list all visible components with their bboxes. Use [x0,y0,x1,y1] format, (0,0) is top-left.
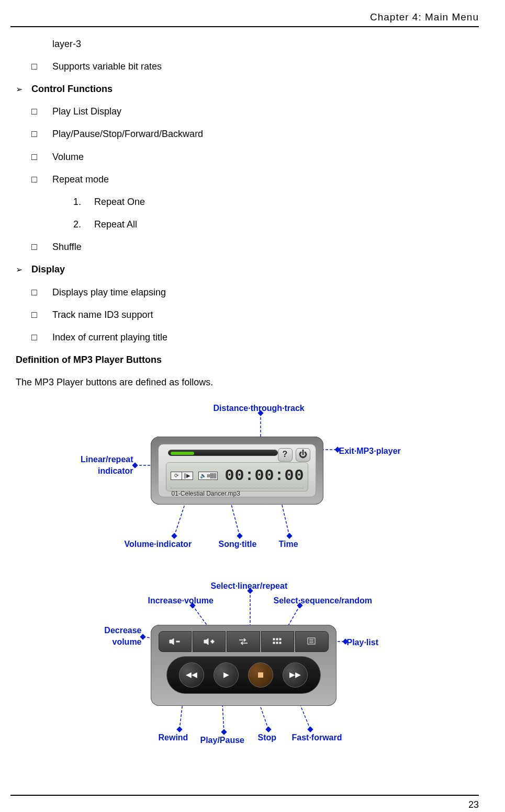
playlist-icon [307,637,317,646]
stop-icon [258,672,263,678]
svg-rect-29 [307,726,313,732]
rewind-button[interactable]: ◀◀ [179,662,204,688]
lcd-panel: ⟳ ∥▶ 🔈 00:00:00 01-Celestial Dan [166,462,308,491]
svg-rect-11 [286,533,292,539]
diagram1-wrap: Distance·through·track Exit·MP3·player L… [16,403,479,559]
volume-up-button[interactable] [193,631,226,652]
time-display: 00:00:00 [225,465,305,487]
volume-indicator: 🔈 [198,472,218,480]
repeat-all-text: Repeat All [94,219,137,230]
cf-volume: □Volume [16,151,479,164]
power-icon: ⏻ [299,449,307,460]
svg-rect-35 [279,638,281,640]
stop-button[interactable] [248,662,273,688]
repeat-all-num: 2. [73,218,94,231]
svg-rect-38 [279,642,281,644]
cf-repeat: □Repeat mode [16,173,479,186]
ds-index: □Index of current playing title [16,331,479,344]
progress-fill [171,452,194,455]
layer-line: layer-3 [16,38,479,51]
svg-rect-36 [273,642,275,644]
bullet-square-icon: □ [31,173,52,186]
svg-rect-27 [265,726,271,732]
diagram2: Select·linear/repeat Increase·volume Sel… [59,580,436,748]
mode-icons: ⟳ ∥▶ [171,472,193,480]
svg-rect-9 [237,533,242,539]
svg-rect-5 [132,462,138,468]
cf-playback: □Play/Pause/Stop/Forward/Backward [16,128,479,141]
repeat-one-text: Repeat One [94,197,145,207]
display-heading: ➢ Display [16,263,479,276]
transport-panel: ◀◀ ▶ ▶▶ [166,656,321,694]
random-icon [272,637,283,646]
bullet-square-icon: □ [31,308,52,322]
diagram1: Distance·through·track Exit·MP3·player L… [67,403,428,559]
svg-rect-33 [273,638,275,640]
bullet-square-icon: □ [31,151,52,164]
svg-rect-30 [176,641,179,642]
player-top-panel: ? ⏻ ⟳ ∥▶ 🔈 [151,437,323,505]
control-functions-heading: ➢ Control Functions [16,83,479,96]
help-button[interactable]: ? [278,448,293,462]
definition-heading: Definition of MP3 Player Buttons [16,353,479,367]
svg-rect-7 [171,533,177,539]
player-bottom-panel: ◀◀ ▶ ▶▶ [151,625,336,706]
ds-index-text: Index of current playing title [52,331,167,344]
play-icon: ▶ [223,670,229,680]
speaker-icon: 🔈 [200,472,206,479]
fast-forward-button[interactable]: ▶▶ [283,662,308,688]
bullet-square-icon: □ [31,331,52,344]
playlist-button[interactable] [295,631,328,652]
svg-rect-32 [212,640,213,643]
arrow-bullet-icon: ➢ [16,84,31,95]
bitrate-row: □ Supports variable bit rates [16,60,479,73]
speaker-minus-icon [169,638,181,645]
svg-rect-17 [297,602,302,608]
repeat-select-button[interactable] [227,631,260,652]
diagram2-wrap: Select·linear/repeat Increase·volume Sel… [16,580,479,748]
exit-button[interactable]: ⏻ [296,448,310,462]
repeat-one-row: 1.Repeat One [16,196,479,209]
control-row [159,631,329,652]
svg-rect-3 [334,447,340,452]
svg-rect-1 [257,410,263,416]
song-title-display: 01-Celestial Dancer.mp3 [171,488,304,498]
bullet-square-icon: □ [31,60,52,73]
ds-id3-text: Track name ID3 support [52,308,153,322]
speaker-plus-icon [204,638,215,645]
svg-rect-23 [176,726,182,732]
svg-rect-25 [221,729,227,735]
page-footer: 23 [10,795,479,811]
progress-track[interactable] [168,450,278,456]
arrow-bullet-icon: ➢ [16,264,31,276]
bullet-square-icon: □ [31,241,52,254]
cf-playlist-text: Play List Display [52,105,121,118]
bullet-square-icon: □ [31,128,52,141]
ds-id3: □Track name ID3 support [16,308,479,322]
repeat-one-num: 1. [73,196,94,209]
repeat-all-row: 2.Repeat All [16,218,479,231]
cf-volume-text: Volume [52,151,84,164]
random-select-button[interactable] [261,631,294,652]
bitrate-text: Supports variable bit rates [52,60,162,73]
page-header: Chapter 4: Main Menu [10,10,479,27]
page-number: 23 [468,799,479,810]
repeat-mode-icon: ⟳ [171,472,182,480]
svg-rect-21 [342,638,348,644]
bullet-square-icon: □ [31,286,52,299]
help-icon: ? [283,449,288,460]
repeat-icon [238,637,249,646]
cf-playback-text: Play/Pause/Stop/Forward/Backward [52,128,203,141]
cf-shuffle-text: Shuffle [52,241,82,254]
svg-rect-34 [276,638,278,640]
content-area: layer-3 □ Supports variable bit rates ➢ … [10,38,479,748]
svg-rect-19 [140,634,145,639]
volume-down-button[interactable] [159,631,192,652]
definition-intro: The MP3 Player buttons are defined as fo… [16,376,479,389]
cf-shuffle: □Shuffle [16,241,479,254]
svg-rect-37 [276,642,278,644]
svg-rect-15 [189,602,195,608]
ds-elapsing: □Displays play time elapsing [16,286,479,299]
rewind-icon: ◀◀ [186,670,197,680]
play-pause-button[interactable]: ▶ [214,662,239,688]
